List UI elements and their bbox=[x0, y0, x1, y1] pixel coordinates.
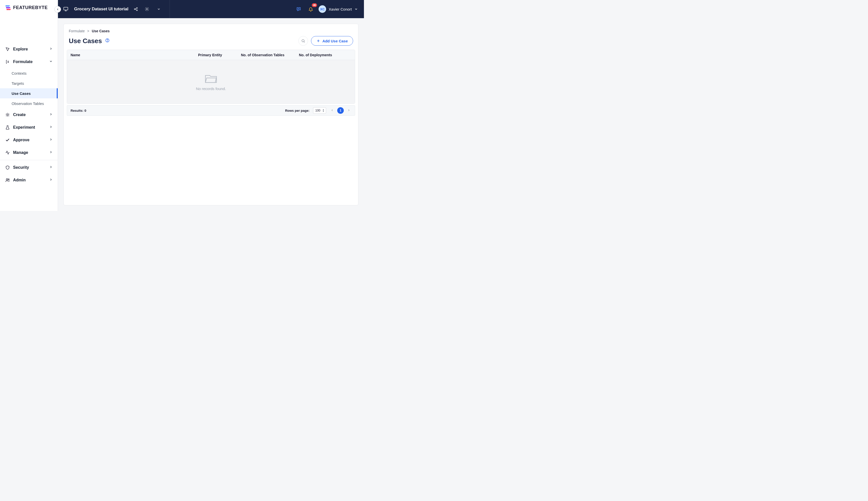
sidebar-item-label: Experiment bbox=[13, 125, 35, 130]
chevron-right-icon bbox=[49, 178, 53, 182]
help-icon[interactable] bbox=[105, 38, 110, 44]
breadcrumb-separator: > bbox=[87, 29, 89, 33]
sidebar-item-label: Manage bbox=[13, 150, 28, 155]
svg-point-28 bbox=[302, 40, 304, 42]
sidebar-item-label: Admin bbox=[13, 178, 26, 182]
chevron-down-icon bbox=[49, 60, 53, 64]
monitor-icon[interactable] bbox=[62, 5, 70, 13]
breadcrumb-parent[interactable]: Formulate bbox=[69, 29, 85, 33]
topbar: Grocery Dataset UI tutorial 46 bbox=[58, 0, 364, 18]
user-menu[interactable]: XC Xavier Conort bbox=[319, 5, 358, 13]
brand-logo[interactable]: FEATUREBYTE bbox=[5, 4, 48, 11]
svg-point-13 bbox=[8, 179, 9, 180]
sidebar-item-formulate[interactable]: Formulate bbox=[0, 55, 58, 68]
notification-badge: 46 bbox=[312, 3, 317, 7]
sidebar-item-create[interactable]: Create bbox=[0, 108, 58, 121]
svg-line-10 bbox=[9, 113, 9, 114]
empty-folder-icon bbox=[204, 73, 218, 84]
nav-divider bbox=[0, 160, 58, 160]
shield-icon bbox=[5, 165, 10, 170]
sidebar-item-label: Explore bbox=[13, 47, 28, 52]
svg-line-7 bbox=[6, 113, 7, 114]
svg-point-2 bbox=[7, 114, 8, 116]
page-number-current[interactable]: 1 bbox=[337, 107, 344, 114]
add-use-case-button[interactable]: Add Use Case bbox=[311, 36, 353, 46]
sidebar-item-security[interactable]: Security bbox=[0, 161, 58, 174]
column-header-name[interactable]: Name bbox=[67, 53, 198, 57]
logo-area: FEATUREBYTE bbox=[0, 0, 58, 15]
sidebar-subitem-label: Contexts bbox=[12, 71, 26, 75]
table-footer: Results: 0 Rows per page: 100 ▲▼ 1 bbox=[67, 105, 355, 116]
table-empty-state: No records found. bbox=[67, 60, 355, 104]
sidebar-subitem-use-cases[interactable]: Use Cases bbox=[0, 88, 58, 98]
sidebar-subitem-targets[interactable]: Targets bbox=[0, 78, 58, 88]
project-dropdown[interactable] bbox=[154, 5, 163, 13]
formulate-subnav: Contexts Targets Use Cases Observation T… bbox=[0, 68, 58, 108]
sidebar-subitem-label: Targets bbox=[12, 81, 24, 86]
column-header-deployments[interactable]: No. of Deployments bbox=[299, 53, 355, 57]
approve-icon bbox=[5, 138, 10, 142]
sidebar-item-admin[interactable]: Admin bbox=[0, 174, 58, 186]
column-header-observation-tables[interactable]: No. of Observation Tables bbox=[241, 53, 299, 57]
svg-line-9 bbox=[6, 116, 7, 116]
pagination: 1 bbox=[330, 107, 351, 114]
chevron-right-icon bbox=[49, 150, 53, 155]
chevron-right-icon bbox=[49, 47, 53, 52]
page-prev-button[interactable] bbox=[330, 108, 335, 114]
table: Name Primary Entity No. of Observation T… bbox=[67, 50, 355, 104]
sidebar-item-label: Formulate bbox=[13, 60, 33, 64]
chat-icon[interactable] bbox=[294, 5, 303, 13]
search-button[interactable] bbox=[298, 36, 308, 46]
footer-right: Rows per page: 100 ▲▼ 1 bbox=[285, 107, 351, 114]
svg-line-29 bbox=[304, 42, 305, 42]
sidebar-item-explore[interactable]: Explore bbox=[0, 43, 58, 55]
chevron-right-icon bbox=[49, 113, 53, 117]
select-stepper-icon: ▲▼ bbox=[322, 109, 325, 112]
search-icon bbox=[301, 39, 305, 43]
topbar-left: Grocery Dataset UI tutorial bbox=[62, 0, 172, 18]
sidebar-subitem-observation-tables[interactable]: Observation Tables bbox=[0, 98, 58, 108]
logo-mark-icon bbox=[5, 4, 12, 11]
breadcrumb-current: Use Cases bbox=[92, 29, 110, 33]
results-count: Results: 0 bbox=[70, 109, 86, 113]
page-next-button[interactable] bbox=[346, 108, 351, 114]
project-title: Grocery Dataset UI tutorial bbox=[74, 7, 128, 12]
add-button-label: Add Use Case bbox=[322, 39, 348, 43]
content: Formulate > Use Cases Use Cases bbox=[58, 18, 364, 211]
sidebar-subitem-contexts[interactable]: Contexts bbox=[0, 68, 58, 78]
explore-icon bbox=[5, 47, 10, 52]
sidebar-item-label: Security bbox=[13, 165, 29, 170]
create-icon bbox=[5, 113, 10, 117]
notifications-button[interactable]: 46 bbox=[307, 5, 315, 13]
svg-point-24 bbox=[299, 9, 299, 9]
column-header-primary-entity[interactable]: Primary Entity bbox=[198, 53, 241, 57]
share-icon[interactable] bbox=[132, 5, 139, 13]
svg-point-1 bbox=[8, 62, 8, 63]
panel: Formulate > Use Cases Use Cases bbox=[64, 24, 359, 205]
page-header: Use Cases Add Use Case bbox=[64, 34, 358, 50]
sidebar-item-approve[interactable]: Approve bbox=[0, 134, 58, 146]
formulate-icon bbox=[5, 60, 10, 64]
chevron-right-icon bbox=[49, 125, 53, 130]
svg-line-21 bbox=[135, 9, 136, 10]
svg-point-22 bbox=[146, 9, 148, 10]
sidebar-collapse-button[interactable] bbox=[54, 6, 61, 13]
page-actions: Add Use Case bbox=[298, 36, 353, 46]
chevron-right-icon bbox=[49, 138, 53, 142]
admin-icon bbox=[5, 178, 10, 182]
rows-per-page-select[interactable]: 100 ▲▼ bbox=[313, 107, 326, 114]
svg-line-8 bbox=[9, 116, 9, 116]
sidebar-item-experiment[interactable]: Experiment bbox=[0, 121, 58, 134]
sidebar-subitem-label: Observation Tables bbox=[12, 102, 44, 106]
gear-icon[interactable] bbox=[143, 5, 151, 13]
svg-point-0 bbox=[8, 61, 8, 62]
svg-point-25 bbox=[299, 9, 299, 9]
sidebar: FEATUREBYTE Explore Formulate bbox=[0, 0, 58, 211]
sidebar-nav: Explore Formulate Contexts Ta bbox=[0, 15, 58, 211]
experiment-icon bbox=[5, 125, 10, 130]
brand-name: FEATUREBYTE bbox=[13, 5, 48, 10]
avatar: XC bbox=[319, 5, 326, 13]
sidebar-item-manage[interactable]: Manage bbox=[0, 146, 58, 159]
user-name: Xavier Conort bbox=[329, 7, 352, 11]
chevron-right-icon bbox=[49, 165, 53, 170]
